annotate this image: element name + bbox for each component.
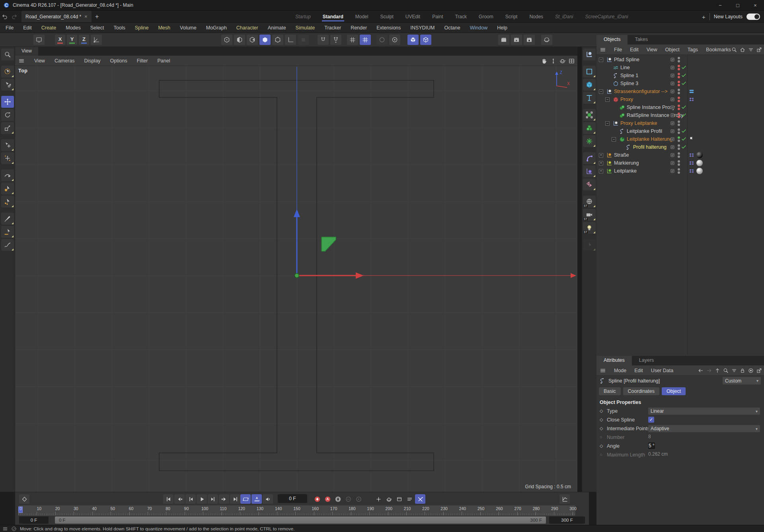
- menu-tools[interactable]: Tools: [114, 25, 125, 31]
- menu-insydium[interactable]: INSYDIUM: [410, 25, 435, 31]
- layer-edit-icon[interactable]: [670, 113, 675, 118]
- enabled-check-icon[interactable]: [681, 144, 687, 150]
- symmetry-button[interactable]: [583, 179, 596, 190]
- menu-character[interactable]: Character: [236, 25, 258, 31]
- material-tag[interactable]: [696, 160, 703, 166]
- multi-move-tool[interactable]: [1, 152, 14, 164]
- document-tab-close-icon[interactable]: ×: [84, 14, 88, 19]
- layer-edit-icon[interactable]: [670, 152, 675, 158]
- visibility-dots[interactable]: [678, 57, 680, 62]
- tree-item-leitplanke-profil[interactable]: Leitplanke Profil: [596, 127, 764, 135]
- tab-takes[interactable]: Takes: [628, 35, 655, 45]
- redo-button[interactable]: [10, 11, 19, 22]
- visibility-dots[interactable]: [678, 136, 680, 142]
- next-frame-button[interactable]: [208, 494, 218, 504]
- x-axis-lock[interactable]: X: [55, 35, 65, 45]
- dolly-view-icon[interactable]: [550, 58, 557, 64]
- workplane-b-button[interactable]: [420, 35, 431, 45]
- goto-end-button[interactable]: [230, 494, 240, 504]
- om-popout-icon[interactable]: [756, 47, 762, 53]
- visibility-dots[interactable]: [678, 128, 680, 134]
- primitive-objects-button[interactable]: [583, 79, 596, 91]
- magnet-snap-button[interactable]: [330, 35, 341, 45]
- om-menu-bookmarks[interactable]: Bookmarks: [706, 47, 731, 52]
- attr-tab-object[interactable]: Object: [662, 387, 686, 395]
- record-pla-toggle[interactable]: [405, 494, 414, 504]
- xpresso-tag-icon[interactable]: [688, 160, 695, 166]
- transform-tool[interactable]: [1, 139, 14, 151]
- attr-menu-mode[interactable]: Mode: [614, 368, 626, 373]
- layout-tab-uvedit[interactable]: UVEdit: [405, 12, 421, 21]
- add-keyframe-button[interactable]: [19, 494, 29, 504]
- modeling-axis-button[interactable]: [583, 165, 596, 177]
- coordinates-null-button[interactable]: [583, 49, 596, 60]
- record-keyframe-button[interactable]: [312, 494, 322, 504]
- viewport-tab[interactable]: View: [15, 47, 38, 56]
- record-position-icon[interactable]: [343, 494, 353, 504]
- preview-range-slider[interactable]: 0 F 300 F: [55, 516, 546, 524]
- layer-edit-icon[interactable]: [670, 65, 675, 70]
- visibility-dots[interactable]: [678, 113, 680, 118]
- motext-button[interactable]: [583, 92, 596, 104]
- viewport-menu-view[interactable]: View: [34, 58, 45, 64]
- collapse-icon[interactable]: −: [599, 89, 603, 94]
- attr-lock-icon[interactable]: [739, 367, 746, 374]
- layout-tab-groom[interactable]: Groom: [478, 12, 494, 21]
- xpresso-tag-icon[interactable]: [688, 152, 695, 158]
- collapse-icon[interactable]: −: [605, 97, 610, 102]
- animate-diamond-icon[interactable]: ◇: [600, 443, 603, 449]
- animate-diamond-icon[interactable]: ◇: [600, 417, 603, 422]
- camera-button[interactable]: ST: [583, 209, 596, 221]
- attr-menu-user-data[interactable]: User Data: [651, 368, 673, 373]
- tweak-tool[interactable]: [1, 79, 14, 91]
- snap-grid-button[interactable]: [360, 35, 371, 45]
- layer-edit-icon[interactable]: [670, 120, 675, 126]
- pan-view-icon[interactable]: [541, 58, 548, 64]
- attr-filter-icon[interactable]: [731, 367, 737, 374]
- tree-item-leitplanke-halterung[interactable]: −Leitplanke Halterung: [596, 135, 764, 143]
- layer-edit-icon[interactable]: [670, 89, 675, 94]
- menu-edit[interactable]: Edit: [23, 25, 32, 31]
- close-button[interactable]: ×: [746, 0, 764, 11]
- attr-target-icon[interactable]: [748, 367, 754, 374]
- tree-item-markierung[interactable]: +Markierung: [596, 159, 764, 167]
- record-rotation-toggle[interactable]: [384, 494, 394, 504]
- visibility-dots[interactable]: [678, 168, 680, 174]
- generators-button[interactable]: [583, 135, 596, 147]
- om-home-icon[interactable]: [739, 47, 746, 53]
- disabled-pen-button[interactable]: [583, 239, 596, 251]
- layer-edit-icon[interactable]: [670, 136, 675, 142]
- tab-attributes[interactable]: Attributes: [596, 356, 632, 365]
- coordinate-system-icon[interactable]: [91, 35, 102, 45]
- new-document-button[interactable]: +: [92, 11, 103, 22]
- rotate-tool[interactable]: [1, 109, 14, 121]
- type-dropdown[interactable]: Linear▾: [648, 408, 760, 415]
- viewport-menu-display[interactable]: Display: [84, 58, 101, 64]
- collapse-icon[interactable]: −: [599, 58, 603, 62]
- menu-simulate[interactable]: Simulate: [296, 25, 315, 31]
- enabled-check-icon[interactable]: [681, 72, 687, 78]
- frame-number-field[interactable]: 0 F: [278, 494, 307, 503]
- menu-spline[interactable]: Spline: [135, 25, 149, 31]
- viewport-canvas[interactable]: Top Z X Grid Spacing : 0.5 cm: [15, 66, 577, 492]
- layer-edit-icon[interactable]: [670, 97, 675, 102]
- layout-tab-nodes[interactable]: Nodes: [528, 12, 544, 21]
- screen-box-icon[interactable]: [33, 35, 45, 45]
- maximize-button[interactable]: □: [729, 0, 746, 11]
- collapse-icon[interactable]: −: [612, 137, 616, 142]
- layer-edit-icon[interactable]: [670, 128, 675, 134]
- workplane-a-button[interactable]: [407, 35, 419, 45]
- menu-mograph[interactable]: MoGraph: [206, 25, 227, 31]
- polygons-mode-button[interactable]: [247, 35, 258, 45]
- attr-search-icon[interactable]: [723, 367, 729, 374]
- prev-key-button[interactable]: [174, 494, 185, 504]
- next-key-button[interactable]: [219, 494, 229, 504]
- attr-tab-coordinates[interactable]: Coordinates: [623, 387, 659, 395]
- collapse-icon[interactable]: −: [605, 121, 610, 126]
- attr-menu-edit[interactable]: Edit: [634, 368, 643, 373]
- layer-edit-icon[interactable]: [670, 168, 675, 174]
- document-tab[interactable]: Road_Generator_08.c4d * ×: [21, 11, 92, 22]
- menu-modes[interactable]: Modes: [66, 25, 81, 31]
- loop-toggle[interactable]: [240, 494, 251, 504]
- visibility-dots[interactable]: [678, 152, 680, 158]
